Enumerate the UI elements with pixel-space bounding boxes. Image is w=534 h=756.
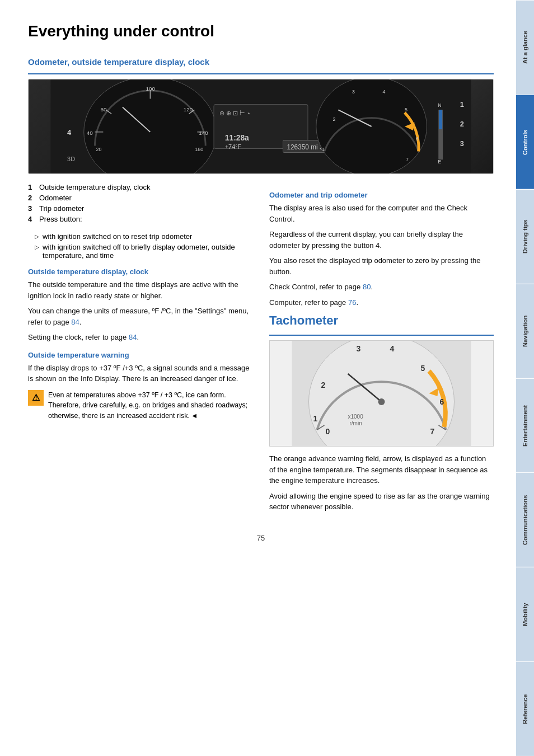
sub3-para5: Computer, refer to page 76. — [269, 297, 494, 308]
tachometer-image: 1 2 3 4 5 6 7 0 — [269, 340, 494, 447]
bullet-item-1: with ignition switched on to reset trip … — [28, 232, 252, 241]
svg-text:4: 4 — [390, 344, 395, 353]
svg-text:3: 3 — [357, 344, 361, 353]
bullet-text-1: with ignition switched on to reset trip … — [43, 232, 192, 241]
page-number: 75 — [28, 534, 494, 542]
sub1-para2: You can change the units of measure, ºF … — [28, 306, 252, 327]
svg-text:1: 1 — [313, 414, 318, 423]
warning-text: Even at temperatures above +37 ºF / +3 º… — [48, 390, 252, 421]
svg-text:6: 6 — [440, 397, 444, 406]
svg-text:5: 5 — [405, 107, 407, 112]
svg-text:120: 120 — [184, 106, 193, 112]
sub3-para3: You also reset the displayed trip odomet… — [269, 255, 494, 277]
item-num-2: 2 — [28, 194, 36, 202]
list-item-2: 2 Odometer — [28, 194, 252, 202]
tab-communications[interactable]: Communications — [516, 472, 534, 567]
svg-text:1: 1 — [322, 147, 325, 152]
svg-text:6: 6 — [416, 136, 419, 142]
svg-text:100: 100 — [146, 86, 155, 92]
tachometer-divider — [269, 335, 494, 336]
link-80[interactable]: 80 — [363, 283, 371, 291]
tab-driving-tips[interactable]: Driving tips — [516, 189, 534, 284]
item-text-1: Outside temperature display, clock — [39, 183, 150, 191]
svg-text:2: 2 — [460, 120, 464, 128]
svg-text:E: E — [438, 159, 441, 165]
svg-text:7: 7 — [406, 157, 409, 162]
svg-text:N: N — [438, 102, 441, 108]
item-num-4: 4 — [28, 215, 36, 223]
section2-para2: Avoid allowing the engine speed to rise … — [269, 491, 494, 513]
svg-text:0: 0 — [326, 427, 330, 436]
right-column: Odometer and trip odometer The display a… — [269, 183, 494, 517]
svg-text:4: 4 — [67, 128, 72, 137]
side-tabs: At a glance Controls Driving tips Naviga… — [516, 0, 534, 756]
sub1-heading: Outside temperature display, clock — [28, 267, 252, 276]
tab-entertainment[interactable]: Entertainment — [516, 378, 534, 473]
svg-text:1: 1 — [460, 100, 464, 109]
warning-box: ⚠ Even at temperatures above +37 ºF / +3… — [28, 390, 252, 421]
sub2-para1: If the display drops to +37 ºF /+3 ºC, a… — [28, 363, 252, 384]
link-84a[interactable]: 84 — [71, 318, 79, 326]
bullet-text-2: with ignition switched off to briefly di… — [43, 243, 252, 260]
svg-point-53 — [378, 398, 385, 405]
svg-text:+74°F: +74°F — [225, 143, 242, 150]
item-text-3: Trip odometer — [39, 204, 84, 213]
sub3-para1: The display area is also used for the co… — [269, 203, 494, 224]
sub1-para1: The outside temperature and the time dis… — [28, 279, 252, 301]
sub2-heading: Outside temperature warning — [28, 351, 252, 359]
tab-navigation[interactable]: Navigation — [516, 284, 534, 378]
item-text-4: Press button: — [39, 215, 82, 223]
sub1-para3: Setting the clock, refer to page 84. — [28, 332, 252, 343]
tab-mobility[interactable]: Mobility — [516, 567, 534, 661]
svg-text:11:28a: 11:28a — [225, 133, 249, 142]
link-76[interactable]: 76 — [348, 298, 356, 307]
svg-text:4: 4 — [382, 89, 385, 95]
numbered-list: 1 Outside temperature display, clock 2 O… — [28, 183, 252, 223]
svg-text:3: 3 — [460, 139, 464, 148]
tachometer-section: Tachometer 1 2 3 — [269, 313, 494, 513]
two-col-layout: 1 Outside temperature display, clock 2 O… — [28, 183, 494, 517]
svg-text:60: 60 — [100, 106, 106, 112]
svg-text:3D: 3D — [67, 156, 75, 162]
tachometer-title: Tachometer — [269, 313, 494, 328]
svg-text:140: 140 — [199, 130, 208, 136]
sub3-para4: Check Control, refer to page 80. — [269, 281, 494, 293]
section1-divider — [28, 73, 494, 74]
main-content: Everything under control Odometer, outsi… — [0, 0, 516, 565]
list-item-4: 4 Press button: — [28, 215, 252, 223]
svg-text:x1000: x1000 — [348, 414, 364, 420]
tab-reference[interactable]: Reference — [516, 661, 534, 756]
tab-at-a-glance[interactable]: At a glance — [516, 0, 534, 95]
svg-text:7: 7 — [430, 427, 435, 436]
item-text-2: Odometer — [39, 194, 72, 202]
svg-text:3: 3 — [352, 89, 355, 95]
warning-icon: ⚠ — [28, 390, 44, 406]
svg-text:2: 2 — [332, 116, 335, 122]
link-84b[interactable]: 84 — [129, 333, 137, 341]
svg-text:5: 5 — [421, 364, 425, 373]
page-title: Everything under control — [28, 22, 494, 46]
svg-text:40: 40 — [87, 130, 93, 136]
svg-text:r/min: r/min — [350, 420, 362, 426]
svg-text:20: 20 — [96, 147, 102, 152]
svg-text:2: 2 — [321, 381, 326, 389]
section1-heading: Odometer, outside temperature display, c… — [28, 57, 494, 67]
list-item-3: 3 Trip odometer — [28, 204, 252, 213]
bullet-item-2: with ignition switched off to briefly di… — [28, 243, 252, 260]
sub3-heading: Odometer and trip odometer — [269, 191, 494, 199]
section2-para1: The orange advance warning field, arrow,… — [269, 453, 494, 486]
sub3-para2: Regardless of the current display, you c… — [269, 229, 494, 251]
item-num-3: 3 — [28, 204, 36, 213]
svg-text:⊛ ⊕ ⊡ ⊢ ⋆: ⊛ ⊕ ⊡ ⊢ ⋆ — [219, 110, 251, 116]
tab-controls[interactable]: Controls — [516, 95, 534, 189]
svg-text:160: 160 — [195, 147, 203, 152]
list-item-1: 1 Outside temperature display, clock — [28, 183, 252, 191]
item-num-1: 1 — [28, 183, 36, 191]
left-column: 1 Outside temperature display, clock 2 O… — [28, 183, 252, 517]
dashboard-image: 40 60 100 120 140 20 160 ⊛ ⊕ ⊡ ⊢ ⋆ 11:28… — [28, 79, 494, 174]
